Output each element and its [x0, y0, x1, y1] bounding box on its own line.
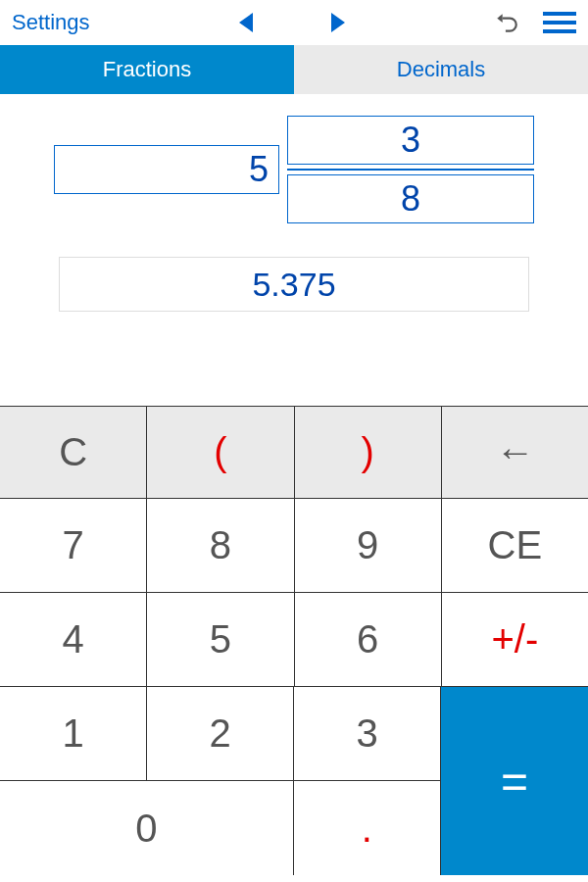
prev-arrow-icon[interactable] — [239, 13, 253, 32]
tab-decimals[interactable]: Decimals — [294, 45, 588, 94]
denominator-field[interactable]: 8 — [287, 174, 534, 223]
key-backspace[interactable]: ← — [442, 407, 588, 499]
key-plus-minus[interactable]: +/- — [442, 593, 588, 687]
undo-icon[interactable] — [494, 10, 519, 35]
key-right-paren[interactable]: ) — [295, 407, 442, 499]
key-7[interactable]: 7 — [0, 499, 147, 593]
key-9[interactable]: 9 — [295, 499, 442, 593]
key-left-paren[interactable]: ( — [147, 407, 294, 499]
menu-icon[interactable] — [543, 12, 576, 33]
display-area: 5 3 8 5.375 — [0, 94, 588, 406]
topbar-actions — [494, 10, 576, 35]
numerator-field[interactable]: 3 — [287, 116, 534, 165]
key-ce[interactable]: CE — [442, 499, 588, 593]
key-5[interactable]: 5 — [147, 593, 294, 687]
topbar: Settings — [0, 0, 588, 45]
keypad: C ( ) ← 7 8 9 CE 4 5 6 +/- 1 2 3 0 . = — [0, 406, 588, 875]
fraction-stack: 3 8 — [287, 116, 534, 223]
key-3[interactable]: 3 — [294, 687, 441, 781]
key-decimal[interactable]: . — [294, 781, 441, 875]
topbar-nav — [239, 13, 345, 32]
fraction-bar — [287, 169, 534, 171]
next-arrow-icon[interactable] — [331, 13, 345, 32]
key-6[interactable]: 6 — [295, 593, 442, 687]
fraction-input: 5 3 8 — [20, 116, 568, 223]
whole-number-field[interactable]: 5 — [54, 145, 279, 194]
key-0[interactable]: 0 — [0, 781, 294, 875]
key-8[interactable]: 8 — [147, 499, 294, 593]
key-clear[interactable]: C — [0, 407, 147, 499]
key-4[interactable]: 4 — [0, 593, 147, 687]
tab-fractions[interactable]: Fractions — [0, 45, 294, 94]
key-2[interactable]: 2 — [147, 687, 294, 781]
key-equals[interactable]: = — [441, 687, 588, 875]
settings-button[interactable]: Settings — [12, 10, 90, 35]
mode-tabs: Fractions Decimals — [0, 45, 588, 94]
key-1[interactable]: 1 — [0, 687, 147, 781]
decimal-result: 5.375 — [59, 257, 529, 312]
